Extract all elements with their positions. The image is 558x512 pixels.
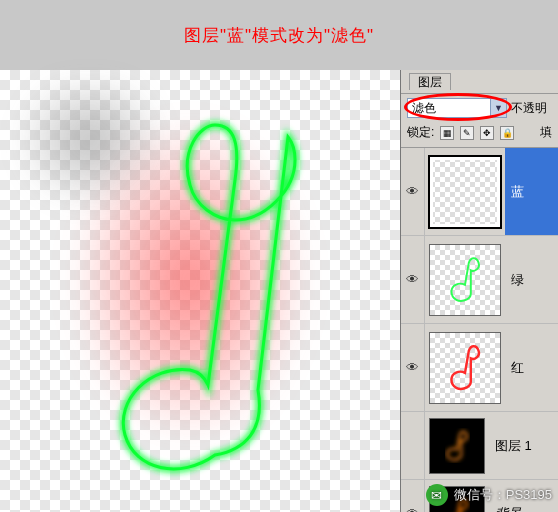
lock-move-icon[interactable]: ✥ — [480, 126, 494, 140]
lock-brush-icon[interactable]: ✎ — [460, 126, 474, 140]
layers-panel: 图层 滤色 ▼ 不透明 锁定: ▦ ✎ ✥ 🔒 填 👁 蓝 — [400, 70, 558, 512]
visibility-toggle[interactable]: 👁 — [401, 236, 425, 323]
main-area: 图层 滤色 ▼ 不透明 锁定: ▦ ✎ ✥ 🔒 填 👁 蓝 — [0, 70, 558, 512]
watermark-text: 微信号：PS3195 — [454, 486, 552, 504]
instruction-banner: 图层"蓝"模式改为"滤色" — [0, 0, 558, 70]
visibility-toggle[interactable]: 👁 — [401, 148, 425, 235]
layer-thumbnail[interactable] — [429, 332, 501, 404]
thumb-art — [436, 339, 494, 397]
eye-icon: 👁 — [406, 506, 419, 512]
thumb-art — [436, 251, 494, 309]
smoke-effect — [20, 80, 220, 260]
watermark: ✉ 微信号：PS3195 — [426, 484, 552, 506]
layer-name[interactable]: 绿 — [505, 271, 558, 289]
layer-name[interactable]: 红 — [505, 359, 558, 377]
eye-icon: 👁 — [406, 272, 419, 287]
document-canvas[interactable] — [0, 70, 400, 512]
layer-list: 👁 蓝 👁 绿 👁 — [401, 147, 558, 512]
lock-transparency-icon[interactable]: ▦ — [440, 126, 454, 140]
red-glow — [40, 90, 320, 490]
layer-name[interactable]: 图层 1 — [489, 437, 558, 455]
instruction-text: 图层"蓝"模式改为"滤色" — [184, 24, 374, 47]
tab-layers[interactable]: 图层 — [409, 73, 451, 90]
panel-tabs: 图层 — [401, 70, 558, 94]
layer-thumbnail[interactable] — [429, 244, 501, 316]
visibility-toggle[interactable]: 👁 — [401, 324, 425, 411]
layer-row[interactable]: 👁 绿 — [401, 236, 558, 324]
layer-thumbnail[interactable] — [429, 156, 501, 228]
canvas-artwork — [40, 90, 320, 490]
visibility-toggle[interactable]: 👁 — [401, 480, 425, 512]
eye-icon: 👁 — [406, 184, 419, 199]
layer-row[interactable]: 👁 蓝 — [401, 148, 558, 236]
blend-mode-select[interactable]: 滤色 ▼ — [407, 98, 507, 118]
blend-mode-value: 滤色 — [412, 100, 436, 117]
opacity-label: 不透明 — [511, 100, 547, 117]
thumb-art — [436, 425, 478, 467]
fill-label: 填 — [540, 124, 552, 141]
layer-name[interactable]: 蓝 — [505, 148, 558, 235]
layer-row[interactable]: 👁 红 — [401, 324, 558, 412]
lock-label: 锁定: — [407, 124, 434, 141]
layer-thumbnail[interactable] — [429, 418, 485, 474]
music-note-art — [40, 90, 320, 490]
lock-all-icon[interactable]: 🔒 — [500, 126, 514, 140]
lock-row: 锁定: ▦ ✎ ✥ 🔒 填 — [401, 122, 558, 147]
blend-mode-row: 滤色 ▼ 不透明 — [401, 94, 558, 122]
eye-icon: 👁 — [406, 360, 419, 375]
chevron-down-icon: ▼ — [490, 99, 506, 117]
wechat-icon: ✉ — [426, 484, 448, 506]
layer-row[interactable]: 图层 1 — [401, 412, 558, 480]
visibility-toggle[interactable] — [401, 412, 425, 479]
